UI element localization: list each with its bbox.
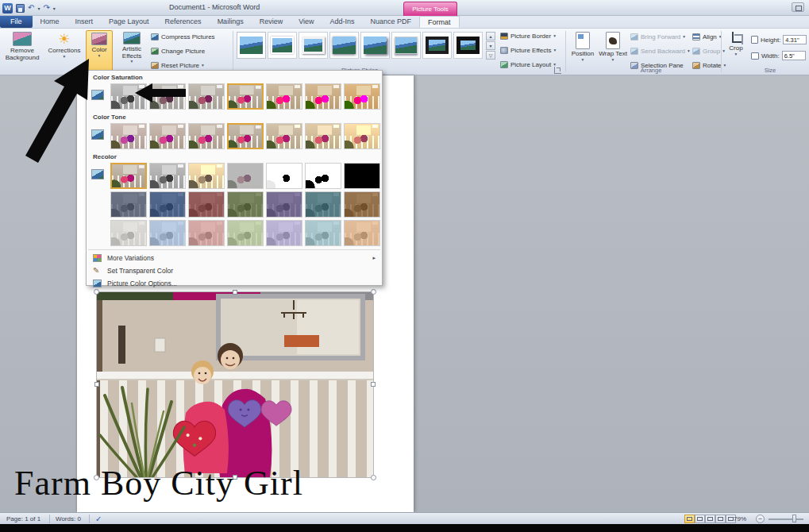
picture-color-options-item[interactable]: Picture Color Options... [87, 277, 382, 290]
zoom-slider-thumb[interactable] [792, 515, 796, 522]
tab-add-ins[interactable]: Add-Ins [322, 16, 363, 28]
undo-dropdown-icon[interactable]: ▾ [37, 6, 40, 11]
undo-icon[interactable]: ↶ [28, 4, 34, 12]
picture-style-thumb[interactable] [360, 32, 390, 59]
recolor-dark-thumb-4[interactable] [266, 191, 302, 218]
recolor-light-thumb-2[interactable] [188, 220, 225, 246]
reset-picture-button[interactable]: Reset Picture ▾ [151, 62, 204, 69]
selection-handle[interactable] [233, 290, 237, 295]
picture-style-thumb[interactable] [299, 32, 328, 59]
recolor-thumb-0[interactable] [110, 163, 147, 189]
picture-style-thumb[interactable] [453, 32, 483, 59]
saturation-thumb-5[interactable] [305, 83, 341, 110]
tab-page-layout[interactable]: Page Layout [101, 16, 157, 28]
saturation-thumb-3[interactable] [227, 83, 264, 110]
word-count[interactable]: Words: 0 [56, 515, 81, 522]
selection-handle[interactable] [371, 475, 376, 480]
recolor-thumb-1[interactable] [149, 163, 186, 189]
gallery-scroll-down[interactable]: ▾ [486, 41, 495, 50]
spellcheck-status-icon[interactable]: ✓ [95, 515, 106, 523]
redo-icon[interactable]: ↷ [43, 4, 49, 12]
full-screen-reading-view-button[interactable] [695, 515, 705, 523]
zoom-level[interactable]: 79% [734, 515, 746, 522]
tab-review[interactable]: Review [252, 16, 291, 28]
more-variations-item[interactable]: More Variations▸ [87, 252, 382, 264]
selection-handle[interactable] [371, 382, 376, 387]
recolor-thumb-6[interactable] [344, 163, 380, 189]
print-layout-view-button[interactable] [684, 515, 695, 523]
tab-references[interactable]: References [157, 16, 210, 28]
recolor-dark-thumb-0[interactable] [110, 191, 147, 218]
tone-thumb-4[interactable] [266, 123, 302, 149]
recolor-thumb-5[interactable] [305, 163, 341, 189]
tab-mailings[interactable]: Mailings [210, 16, 252, 28]
remove-background-button[interactable]: Remove Background [2, 30, 43, 72]
saturation-thumb-6[interactable] [344, 83, 380, 110]
recolor-light-thumb-1[interactable] [149, 220, 186, 246]
tone-thumb-0[interactable] [110, 123, 147, 149]
change-picture-button[interactable]: Change Picture [151, 48, 205, 55]
recolor-light-thumb-4[interactable] [266, 220, 302, 246]
recolor-thumb-2[interactable] [188, 163, 225, 189]
tab-file[interactable]: File [0, 16, 33, 28]
artistic-effects-button[interactable]: Artistic Effects ▾ [115, 30, 148, 72]
picture-style-thumb[interactable] [268, 32, 297, 59]
position-button[interactable]: Position ▾ [568, 30, 597, 72]
recolor-dark-thumb-6[interactable] [344, 191, 380, 218]
picture-layout-button[interactable]: Picture Layout ▾ [500, 61, 556, 68]
recolor-dark-thumb-3[interactable] [227, 191, 264, 218]
tab-format[interactable]: Format [419, 16, 460, 28]
tab-insert[interactable]: Insert [67, 16, 102, 28]
recolor-light-thumb-5[interactable] [305, 220, 341, 246]
picture-style-thumb[interactable] [391, 32, 421, 59]
window-controls[interactable] [792, 2, 804, 12]
saturation-thumb-0[interactable] [110, 83, 147, 110]
word-logo-icon[interactable]: W [2, 3, 13, 13]
recolor-dark-thumb-5[interactable] [305, 191, 341, 218]
tab-home[interactable]: Home [33, 16, 67, 28]
tone-thumb-5[interactable] [305, 123, 341, 149]
recolor-light-thumb-6[interactable] [344, 220, 380, 246]
saturation-thumb-4[interactable] [266, 83, 302, 110]
recolor-dark-thumb-2[interactable] [188, 191, 225, 218]
zoom-out-button[interactable]: − [756, 515, 765, 523]
set-transparent-color-item[interactable]: ✎Set Transparent Color [87, 264, 382, 277]
picture-style-thumb[interactable] [237, 32, 266, 59]
picture-border-button[interactable]: Picture Border ▾ [500, 33, 556, 40]
tab-view[interactable]: View [291, 16, 322, 28]
document-photo[interactable] [97, 292, 373, 477]
recolor-light-thumb-3[interactable] [227, 220, 264, 246]
align-button[interactable]: Align ▾ [692, 33, 722, 40]
selection-handle[interactable] [94, 382, 99, 387]
bring-forward-icon [630, 33, 638, 40]
recolor-dark-thumb-1[interactable] [149, 191, 186, 218]
tone-thumb-2[interactable] [188, 123, 225, 149]
compress-pictures-button[interactable]: Compress Pictures [151, 33, 215, 40]
tone-thumb-6[interactable] [344, 123, 380, 149]
selection-handle[interactable] [371, 289, 376, 295]
color-button[interactable]: Color ▾ [86, 30, 113, 72]
selection-handle[interactable] [94, 289, 99, 295]
qat-customize-icon[interactable]: ▾ [53, 6, 56, 11]
recolor-thumb-4[interactable] [266, 163, 302, 189]
saturation-thumb-2[interactable] [188, 83, 225, 110]
web-layout-view-button[interactable] [705, 515, 715, 523]
tab-nuance-pdf[interactable]: Nuance PDF [363, 16, 420, 28]
zoom-slider-track[interactable] [769, 519, 803, 520]
gallery-more-button[interactable]: ▽ [486, 51, 495, 60]
corrections-button[interactable]: ☀ Corrections ▾ [44, 30, 84, 72]
recolor-light-thumb-0[interactable] [110, 220, 147, 246]
picture-style-thumb[interactable] [422, 32, 452, 59]
outline-view-button[interactable] [715, 515, 726, 523]
tone-thumb-3[interactable] [227, 123, 264, 149]
tone-thumb-1[interactable] [149, 123, 186, 149]
picture-style-thumb[interactable] [329, 32, 359, 59]
width-input[interactable]: 6.5" [782, 51, 806, 60]
page-indicator[interactable]: Page: 1 of 1 [6, 515, 40, 522]
picture-effects-button[interactable]: Picture Effects ▾ [500, 47, 556, 54]
gallery-scroll-up[interactable]: ▴ [486, 32, 495, 40]
height-input[interactable]: 4.31" [783, 35, 807, 44]
saturation-thumb-1[interactable] [149, 83, 186, 110]
save-icon[interactable] [16, 4, 25, 13]
recolor-thumb-3[interactable] [227, 163, 264, 189]
